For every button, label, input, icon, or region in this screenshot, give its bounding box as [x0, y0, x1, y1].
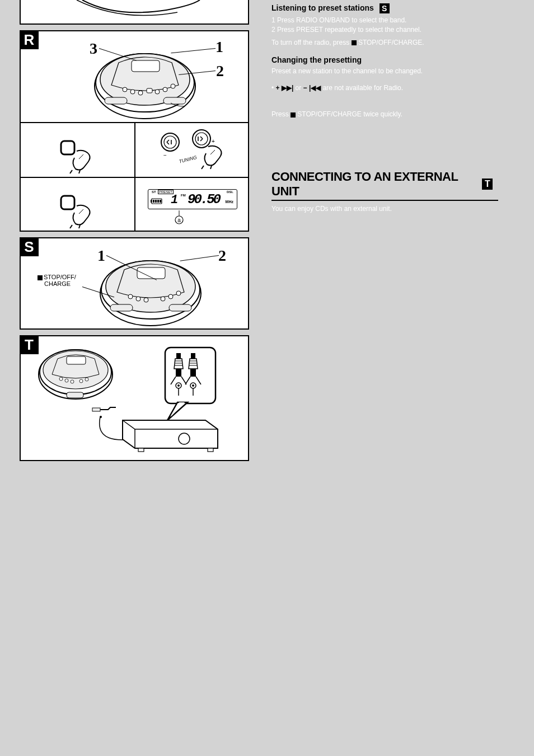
svg-rect-11 [105, 97, 127, 104]
svg-rect-24 [153, 200, 154, 203]
svg-point-36 [136, 297, 140, 301]
battery-icon [151, 198, 164, 205]
svg-point-73 [192, 384, 194, 387]
svg-rect-53 [92, 408, 100, 411]
svg-rect-42 [169, 304, 191, 311]
svg-rect-67 [191, 353, 195, 359]
changing-heading: Changing the presetting [271, 55, 498, 64]
svg-point-37 [144, 298, 148, 302]
svg-point-35 [128, 294, 133, 299]
svg-rect-27 [160, 200, 161, 203]
svg-text:a: a [177, 217, 181, 223]
svg-point-7 [155, 90, 160, 94]
device-illustration-fragment [21, 0, 248, 25]
svg-rect-41 [110, 304, 133, 311]
connecting-heading: CONNECTING TO AN EXTERNAL UNIT T [271, 170, 498, 201]
listening-heading: Listening to preset stations S [271, 3, 498, 13]
display-st: ST [152, 190, 156, 194]
tuning-illustration: − + TUNING [134, 122, 248, 177]
display-freq: 90.50 [188, 192, 219, 207]
changing-section: Changing the presetting Preset a new sta… [271, 55, 498, 76]
svg-rect-13 [61, 141, 74, 154]
lcd-display: ST PRESET DSL 1 FM 90.50 MHz [148, 189, 237, 209]
svg-point-15 [164, 136, 176, 148]
device-illustration-r [21, 31, 248, 125]
svg-point-40 [176, 291, 181, 295]
display-unit: MHz [226, 200, 233, 204]
svg-point-47 [59, 377, 63, 381]
display-preset-num: 1 [171, 193, 177, 207]
listening-body: 1 Press RADIO ON/BAND to select the band… [271, 16, 498, 47]
svg-point-38 [161, 297, 165, 301]
display-panel: ST PRESET DSL 1 FM 90.50 MHz [134, 178, 248, 232]
svg-point-65 [177, 384, 180, 387]
stop-icon [352, 40, 357, 45]
stop-icon [291, 112, 296, 118]
panel-r: R 3 1 2 [20, 30, 249, 232]
svg-rect-56 [138, 448, 144, 452]
svg-point-17 [195, 133, 208, 145]
svg-text:−: − [163, 152, 167, 158]
svg-point-5 [130, 90, 135, 94]
svg-rect-25 [155, 200, 157, 203]
svg-point-50 [79, 379, 83, 383]
svg-point-4 [123, 87, 127, 92]
preset-press-illustration-2 [21, 178, 134, 232]
panel-fragment-top [20, 0, 249, 25]
badge-t: T [482, 179, 493, 190]
stop-icon [38, 275, 43, 280]
display-band: FM [181, 194, 186, 197]
preset-press-illustration [21, 122, 134, 177]
svg-rect-63 [176, 369, 181, 377]
svg-point-8 [163, 87, 167, 92]
display-dsl: DSL [227, 190, 233, 194]
listening-section: Listening to preset stations S 1 Press R… [271, 3, 498, 48]
connecting-section: CONNECTING TO AN EXTERNAL UNIT T You can… [271, 170, 498, 214]
svg-rect-10 [147, 88, 152, 93]
callout-s-1: 1 [97, 247, 105, 265]
display-pointer-a: a [174, 210, 185, 225]
svg-rect-52 [67, 392, 83, 398]
callout-r-3: 3 [90, 40, 97, 58]
svg-rect-12 [163, 97, 186, 104]
svg-point-49 [71, 380, 74, 383]
svg-rect-71 [190, 369, 196, 377]
svg-text:TUNING: TUNING [179, 154, 198, 165]
svg-rect-3 [132, 60, 160, 72]
panel-s: S 1 2 STOP/OFF/ CHARGE [20, 237, 249, 330]
callout-r-2: 2 [216, 62, 224, 80]
stop-off-charge-label: STOP/OFF/ CHARGE [38, 274, 76, 287]
svg-text:+: + [212, 138, 215, 144]
svg-rect-46 [67, 356, 86, 364]
svg-point-55 [179, 433, 190, 444]
panel-t: T [20, 335, 249, 461]
svg-rect-59 [176, 353, 181, 359]
svg-point-48 [65, 379, 68, 382]
svg-rect-26 [157, 200, 159, 203]
note-section: • + ▶▶| or − |◀◀ are not available for R… [271, 83, 498, 93]
to-hear-section: Press STOP/OFF/CHARGE twice quickly. [271, 110, 498, 119]
svg-point-9 [171, 84, 175, 88]
callout-r-1: 1 [216, 38, 223, 56]
svg-point-39 [168, 294, 173, 299]
svg-point-6 [138, 91, 143, 95]
svg-rect-23 [151, 200, 152, 203]
svg-rect-21 [61, 196, 74, 209]
connection-illustration [21, 336, 248, 462]
svg-point-54 [100, 416, 102, 418]
svg-point-51 [85, 378, 88, 381]
callout-s-2: 2 [218, 247, 226, 265]
badge-s: S [380, 3, 390, 13]
svg-rect-57 [208, 448, 213, 452]
